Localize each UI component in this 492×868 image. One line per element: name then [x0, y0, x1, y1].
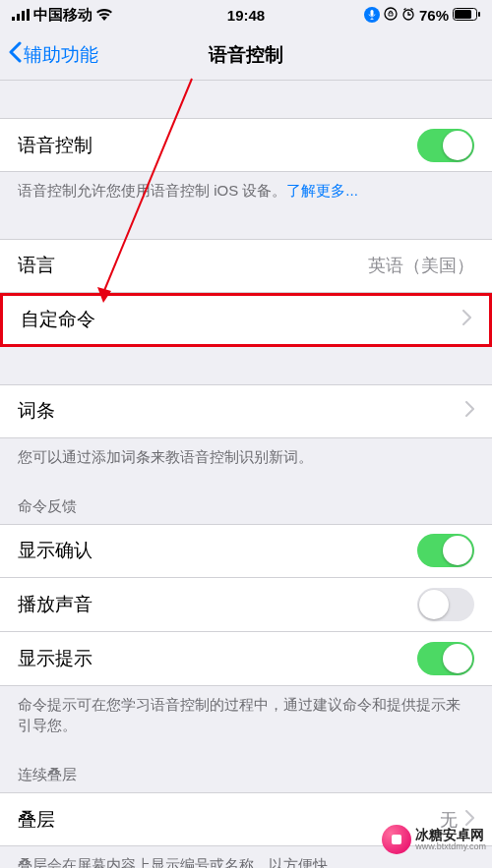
- show-hints-label: 显示提示: [18, 646, 92, 671]
- group-voice-control: 语音控制 语音控制允许您使用语音控制 iOS 设备。了解更多...: [0, 118, 492, 202]
- group-language: 语言 英语（美国） 自定命令: [0, 239, 492, 347]
- alarm-icon: [401, 7, 415, 24]
- show-confirmation-toggle[interactable]: [417, 534, 474, 567]
- overlay-label: 叠层: [18, 807, 55, 833]
- watermark-url: www.btxtdmy.com: [415, 841, 486, 851]
- chevron-right-icon: [462, 309, 471, 330]
- status-right: 76%: [364, 7, 480, 24]
- watermark: 冰糖安卓网 www.btxtdmy.com: [382, 825, 486, 854]
- carrier-label: 中国移动: [33, 6, 92, 25]
- svg-rect-3: [27, 9, 30, 21]
- row-show-confirmation[interactable]: 显示确认: [0, 524, 492, 578]
- mic-icon: [364, 7, 380, 23]
- svg-rect-8: [455, 10, 471, 19]
- back-label: 辅助功能: [24, 42, 98, 68]
- wifi-icon: [96, 7, 112, 24]
- vocabulary-label: 词条: [18, 398, 55, 424]
- chevron-right-icon: [465, 400, 474, 422]
- vocabulary-footer: 您可以通过添加词条来教语音控制识别新词。: [0, 438, 492, 468]
- voice-control-footer: 语音控制允许您使用语音控制 iOS 设备。了解更多...: [0, 172, 492, 202]
- language-value: 英语（美国）: [368, 254, 474, 277]
- voice-control-label: 语音控制: [18, 133, 92, 158]
- feedback-footer: 命令提示可在您学习语音控制的过程中，通过建议命令和提供提示来引导您。: [0, 686, 492, 737]
- status-time: 19:48: [227, 7, 265, 24]
- battery-icon: [453, 7, 480, 24]
- nav-bar: 辅助功能 语音控制: [0, 29, 492, 81]
- chevron-left-icon: [8, 41, 22, 68]
- orientation-lock-icon: [384, 7, 398, 24]
- row-custom-commands[interactable]: 自定命令: [0, 293, 492, 347]
- show-confirmation-label: 显示确认: [18, 538, 92, 563]
- row-vocabulary[interactable]: 词条: [0, 384, 492, 438]
- status-left: 中国移动: [12, 6, 112, 25]
- group-vocabulary: 词条 您可以通过添加词条来教语音控制识别新词。: [0, 384, 492, 468]
- battery-percent: 76%: [419, 7, 449, 24]
- row-voice-control[interactable]: 语音控制: [0, 118, 492, 172]
- row-play-sound[interactable]: 播放声音: [0, 578, 492, 632]
- svg-rect-9: [478, 12, 480, 17]
- learn-more-link[interactable]: 了解更多...: [286, 182, 358, 199]
- back-button[interactable]: 辅助功能: [8, 41, 98, 68]
- language-label: 语言: [18, 253, 55, 278]
- svg-point-5: [385, 8, 397, 20]
- voice-control-toggle[interactable]: [417, 129, 474, 162]
- svg-rect-4: [370, 10, 373, 16]
- svg-rect-0: [12, 17, 15, 21]
- watermark-logo-icon: [382, 825, 411, 854]
- nav-title: 语音控制: [209, 42, 283, 68]
- feedback-header: 命令反馈: [0, 497, 492, 524]
- signal-icon: [12, 7, 30, 24]
- show-hints-toggle[interactable]: [417, 642, 474, 675]
- overlay-header: 连续叠层: [0, 766, 492, 792]
- watermark-name: 冰糖安卓网: [415, 828, 486, 841]
- play-sound-toggle[interactable]: [417, 588, 474, 621]
- svg-rect-2: [22, 11, 25, 21]
- svg-rect-1: [17, 14, 20, 21]
- group-feedback: 命令反馈 显示确认 播放声音 显示提示 命令提示可在您学习语音控制的过程中，通过…: [0, 497, 492, 737]
- screen: 中国移动 19:48 76% 辅: [0, 0, 492, 868]
- custom-commands-label: 自定命令: [21, 307, 95, 332]
- row-show-hints[interactable]: 显示提示: [0, 632, 492, 686]
- play-sound-label: 播放声音: [18, 592, 92, 617]
- row-language[interactable]: 语言 英语（美国）: [0, 239, 492, 293]
- status-bar: 中国移动 19:48 76%: [0, 0, 492, 29]
